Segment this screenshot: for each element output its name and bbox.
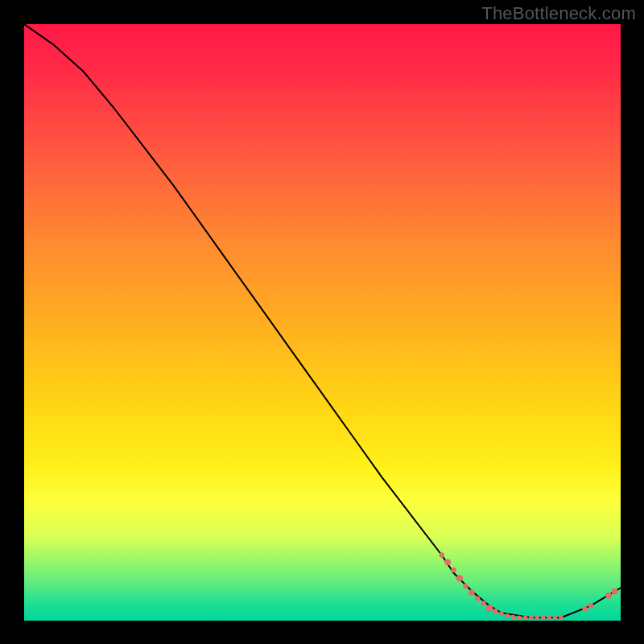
scatter-point — [517, 615, 522, 620]
chart-svg — [24, 24, 621, 621]
watermark-text: TheBottleneck.com — [481, 3, 636, 24]
scatter-point — [486, 605, 493, 611]
scatter-point — [523, 615, 528, 620]
scatter-point — [493, 609, 497, 613]
scatter-point — [535, 615, 539, 620]
curve-line — [24, 24, 621, 617]
scatter-point — [511, 615, 516, 620]
scatter-point — [612, 588, 618, 595]
scatter-point — [451, 568, 456, 572]
scatter-point — [541, 615, 546, 620]
scatter-point — [547, 615, 551, 620]
scatter-point — [475, 596, 480, 601]
scatter-point — [582, 606, 587, 611]
scatter-point — [444, 559, 451, 566]
plot-area — [24, 24, 621, 621]
scatter-point — [456, 575, 463, 581]
scatter-point — [463, 584, 468, 588]
scatter-point — [605, 592, 612, 599]
scatter-point — [499, 611, 504, 616]
scatter-point — [588, 603, 593, 608]
scatter-point — [529, 615, 534, 620]
scatter-point — [559, 615, 564, 620]
chart-frame: TheBottleneck.com — [0, 0, 644, 644]
scatter-points — [440, 552, 618, 620]
scatter-point — [469, 589, 475, 596]
scatter-point — [440, 552, 444, 557]
scatter-point — [553, 615, 558, 620]
scatter-point — [505, 613, 510, 618]
scatter-point — [481, 601, 485, 605]
